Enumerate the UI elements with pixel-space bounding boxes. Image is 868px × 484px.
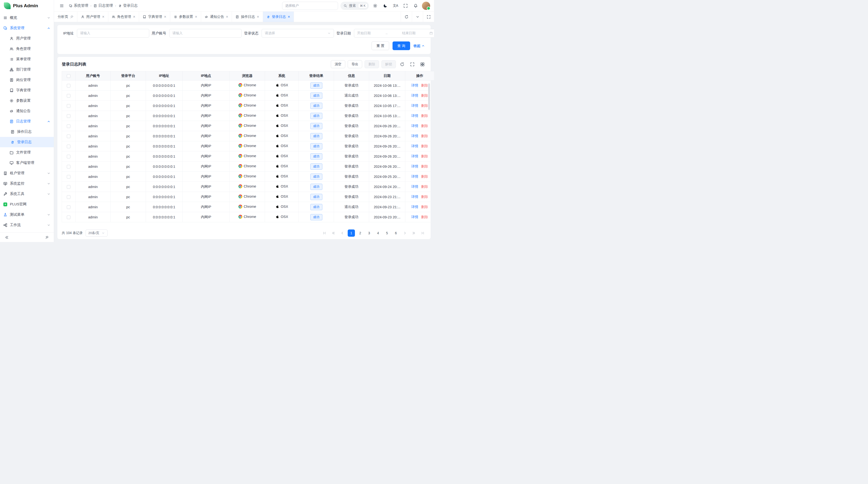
unlock-button[interactable]: 解锁 xyxy=(381,60,396,68)
detail-link[interactable]: 详情 xyxy=(411,184,418,189)
breadcrumb-system[interactable]: 系统管理 xyxy=(69,3,88,8)
breadcrumb-loginlog[interactable]: 登录日志 xyxy=(118,3,138,8)
column-header[interactable]: IP地点 xyxy=(183,71,230,80)
notifications-button[interactable] xyxy=(412,2,420,10)
detail-link[interactable]: 详情 xyxy=(411,144,418,149)
refresh-tab-button[interactable] xyxy=(401,11,412,22)
row-checkbox[interactable] xyxy=(67,205,70,209)
column-header[interactable]: 操作 xyxy=(405,71,434,80)
row-checkbox[interactable] xyxy=(67,175,70,179)
sidebar-item-loginlog[interactable]: 登录日志 xyxy=(0,137,54,147)
sidebar-item-user[interactable]: 用户管理 xyxy=(0,33,54,44)
sidebar-item-role[interactable]: 角色管理 xyxy=(0,44,54,54)
sidebar-item-client[interactable]: 客户端管理 xyxy=(0,158,54,168)
tab-analysis[interactable]: 分析页 xyxy=(54,11,78,22)
delete-button[interactable]: 删除 xyxy=(365,60,379,68)
delete-link[interactable]: 删除 xyxy=(421,93,428,98)
ip-input[interactable]: 请输入 xyxy=(77,29,149,38)
page-number-button[interactable]: 4 xyxy=(374,229,382,237)
delete-link[interactable]: 删除 xyxy=(421,83,428,88)
account-input[interactable]: 请输入 xyxy=(169,29,242,38)
last-page-button[interactable] xyxy=(419,229,426,237)
settings-button[interactable] xyxy=(371,2,379,10)
table-fullscreen-button[interactable] xyxy=(408,61,416,68)
date-range-picker[interactable]: 开始日期 → 结束日期 xyxy=(354,29,434,38)
tab-role[interactable]: 角色管理 × xyxy=(108,11,139,22)
row-checkbox[interactable] xyxy=(67,84,70,88)
delete-link[interactable]: 删除 xyxy=(421,103,428,108)
table-scrollbar[interactable] xyxy=(428,84,430,110)
close-icon[interactable]: × xyxy=(164,15,166,19)
page-size-select[interactable]: 20条/页 xyxy=(86,229,107,237)
select-all-checkbox[interactable] xyxy=(67,74,70,78)
sidebar-item-post[interactable]: 岗位管理 xyxy=(0,75,54,85)
pin-icon[interactable] xyxy=(70,15,73,19)
sidebar-item-dict[interactable]: 字典管理 xyxy=(0,85,54,95)
dark-mode-button[interactable] xyxy=(381,2,389,10)
sidebar-item-notice[interactable]: 通知公告 xyxy=(0,106,54,116)
detail-link[interactable]: 详情 xyxy=(411,174,418,179)
row-checkbox[interactable] xyxy=(67,216,70,219)
detail-link[interactable]: 详情 xyxy=(411,93,418,98)
row-checkbox[interactable] xyxy=(67,195,70,199)
delete-link[interactable]: 删除 xyxy=(421,164,428,169)
global-search[interactable]: 搜索 ⌘ K xyxy=(340,2,369,10)
close-icon[interactable]: × xyxy=(102,15,104,19)
status-select[interactable]: 请选择 xyxy=(261,29,334,38)
hamburger-menu-button[interactable] xyxy=(58,2,66,10)
column-header[interactable]: 登录平台 xyxy=(111,71,146,80)
close-icon[interactable]: × xyxy=(195,15,197,19)
sidebar-item-test[interactable]: 测试菜单 xyxy=(0,209,54,220)
delete-link[interactable]: 删除 xyxy=(421,114,428,118)
tenant-select[interactable]: 选择租户 xyxy=(282,2,338,10)
column-header[interactable]: IP地址 xyxy=(146,71,183,80)
sidebar-item-site[interactable]: + PLUS官网 xyxy=(0,199,54,209)
close-icon[interactable]: × xyxy=(133,15,135,19)
sidebar-item-workflow[interactable]: 工作流 xyxy=(0,220,54,230)
query-button[interactable]: 查 询 xyxy=(393,41,410,50)
page-number-button[interactable]: 6 xyxy=(392,229,400,237)
delete-link[interactable]: 删除 xyxy=(421,195,428,199)
page-number-button[interactable]: 3 xyxy=(366,229,373,237)
page-number-button[interactable]: 1 xyxy=(348,229,355,237)
sidebar-item-file[interactable]: 文件管理 xyxy=(0,147,54,158)
delete-link[interactable]: 删除 xyxy=(421,154,428,159)
language-button[interactable]: 文A xyxy=(392,2,399,10)
export-button[interactable]: 导出 xyxy=(348,60,362,68)
tab-operlog[interactable]: 操作日志 × xyxy=(232,11,263,22)
row-checkbox[interactable] xyxy=(67,155,70,158)
column-header[interactable]: 日期 xyxy=(369,71,405,80)
row-checkbox[interactable] xyxy=(67,134,70,138)
delete-link[interactable]: 删除 xyxy=(421,215,428,219)
tab-param[interactable]: 参数设置 × xyxy=(170,11,201,22)
sidebar-item-tenant[interactable]: 租户管理 xyxy=(0,168,54,179)
close-icon[interactable]: × xyxy=(257,15,259,19)
pin-sidebar-button[interactable] xyxy=(43,233,51,241)
detail-link[interactable]: 详情 xyxy=(411,215,418,219)
sidebar-item-param[interactable]: 参数设置 xyxy=(0,95,54,106)
sidebar-item-tools[interactable]: 系统工具 xyxy=(0,189,54,199)
row-checkbox[interactable] xyxy=(67,114,70,118)
detail-link[interactable]: 详情 xyxy=(411,154,418,159)
next-page-button[interactable] xyxy=(401,229,408,237)
app-logo[interactable]: Plus Admin xyxy=(0,0,54,11)
column-header[interactable]: 用户账号 xyxy=(75,71,111,80)
clear-button[interactable]: 清空 xyxy=(331,60,345,68)
jump-back-button[interactable] xyxy=(330,229,337,237)
reset-button[interactable]: 重 置 xyxy=(372,41,389,50)
column-header[interactable]: 登录结果 xyxy=(299,71,334,80)
detail-link[interactable]: 详情 xyxy=(411,164,418,169)
column-header[interactable]: 浏览器 xyxy=(230,71,265,80)
tab-user[interactable]: 用户管理 × xyxy=(78,11,108,22)
delete-link[interactable]: 删除 xyxy=(421,124,428,128)
page-number-button[interactable]: 5 xyxy=(383,229,391,237)
row-checkbox[interactable] xyxy=(67,144,70,148)
sidebar-item-menu[interactable]: 菜单管理 xyxy=(0,54,54,64)
detail-link[interactable]: 详情 xyxy=(411,83,418,88)
breadcrumb-log[interactable]: 日志管理 xyxy=(94,3,113,8)
row-checkbox[interactable] xyxy=(67,104,70,108)
sidebar-item-system[interactable]: 系统管理 xyxy=(0,23,54,33)
first-page-button[interactable] xyxy=(321,229,328,237)
avatar[interactable] xyxy=(422,2,430,10)
detail-link[interactable]: 详情 xyxy=(411,134,418,138)
